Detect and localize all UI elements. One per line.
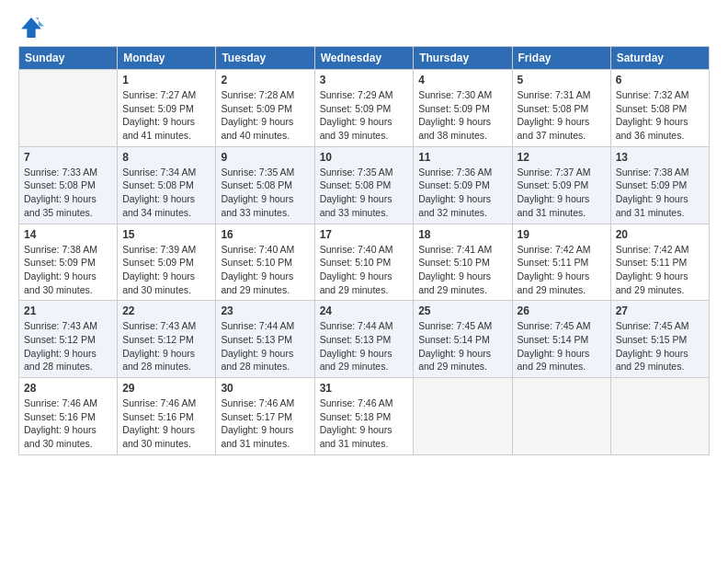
day-info: Sunrise: 7:40 AMSunset: 5:10 PMDaylight:…	[221, 243, 309, 297]
day-info: Sunrise: 7:31 AMSunset: 5:08 PMDaylight:…	[518, 88, 606, 143]
day-number: 2	[221, 74, 309, 86]
day-info: Sunrise: 7:34 AMSunset: 5:08 PMDaylight:…	[122, 166, 210, 220]
day-number: 14	[24, 228, 112, 241]
calendar-cell: 23Sunrise: 7:44 AMSunset: 5:13 PMDayligh…	[216, 301, 314, 378]
day-info: Sunrise: 7:41 AMSunset: 5:10 PMDaylight:…	[418, 243, 506, 297]
day-info: Sunrise: 7:35 AMSunset: 5:08 PMDaylight:…	[221, 166, 309, 220]
day-info: Sunrise: 7:32 AMSunset: 5:08 PMDaylight:…	[616, 88, 704, 143]
calendar-cell: 4Sunrise: 7:30 AMSunset: 5:09 PMDaylight…	[414, 70, 512, 147]
calendar-header-tuesday: Tuesday	[216, 47, 314, 70]
header	[18, 15, 710, 40]
calendar-header-monday: Monday	[118, 47, 216, 70]
calendar-header-row: SundayMondayTuesdayWednesdayThursdayFrid…	[19, 47, 710, 70]
day-info: Sunrise: 7:39 AMSunset: 5:09 PMDaylight:…	[122, 243, 210, 297]
calendar-cell	[414, 378, 512, 455]
calendar-cell	[610, 378, 709, 455]
day-number: 28	[24, 382, 112, 395]
calendar-cell: 19Sunrise: 7:42 AMSunset: 5:11 PMDayligh…	[512, 224, 610, 301]
day-number: 24	[320, 304, 409, 317]
calendar-cell: 30Sunrise: 7:46 AMSunset: 5:17 PMDayligh…	[216, 378, 314, 455]
calendar-week-row: 7Sunrise: 7:33 AMSunset: 5:08 PMDaylight…	[19, 146, 710, 224]
page-container: SundayMondayTuesdayWednesdayThursdayFrid…	[0, 0, 728, 465]
calendar-cell: 25Sunrise: 7:45 AMSunset: 5:14 PMDayligh…	[414, 301, 512, 378]
day-number: 17	[320, 228, 409, 241]
calendar-header-friday: Friday	[512, 47, 610, 70]
calendar-header-thursday: Thursday	[414, 47, 512, 70]
calendar-cell: 12Sunrise: 7:37 AMSunset: 5:09 PMDayligh…	[512, 146, 610, 224]
day-number: 3	[320, 74, 409, 86]
day-number: 21	[24, 304, 112, 317]
calendar-cell: 10Sunrise: 7:35 AMSunset: 5:08 PMDayligh…	[314, 146, 414, 224]
day-info: Sunrise: 7:45 AMSunset: 5:14 PMDaylight:…	[418, 319, 506, 373]
day-number: 29	[122, 382, 210, 395]
logo-icon	[18, 15, 44, 40]
calendar-cell	[19, 70, 118, 147]
calendar-cell: 31Sunrise: 7:46 AMSunset: 5:18 PMDayligh…	[314, 378, 414, 455]
calendar-week-row: 21Sunrise: 7:43 AMSunset: 5:12 PMDayligh…	[19, 301, 710, 378]
calendar-cell: 14Sunrise: 7:38 AMSunset: 5:09 PMDayligh…	[19, 224, 118, 301]
calendar-cell: 24Sunrise: 7:44 AMSunset: 5:13 PMDayligh…	[314, 301, 414, 378]
calendar-cell: 2Sunrise: 7:28 AMSunset: 5:09 PMDaylight…	[216, 70, 314, 147]
calendar-cell: 26Sunrise: 7:45 AMSunset: 5:14 PMDayligh…	[512, 301, 610, 378]
calendar-cell: 16Sunrise: 7:40 AMSunset: 5:10 PMDayligh…	[216, 224, 314, 301]
day-number: 31	[320, 382, 409, 395]
day-info: Sunrise: 7:46 AMSunset: 5:17 PMDaylight:…	[221, 396, 309, 451]
day-info: Sunrise: 7:44 AMSunset: 5:13 PMDaylight:…	[320, 319, 409, 373]
calendar-cell: 6Sunrise: 7:32 AMSunset: 5:08 PMDaylight…	[610, 70, 709, 147]
calendar-cell: 11Sunrise: 7:36 AMSunset: 5:09 PMDayligh…	[414, 146, 512, 224]
calendar-header-sunday: Sunday	[19, 47, 118, 70]
calendar-cell: 17Sunrise: 7:40 AMSunset: 5:10 PMDayligh…	[314, 224, 414, 301]
day-number: 25	[418, 304, 506, 317]
day-info: Sunrise: 7:45 AMSunset: 5:15 PMDaylight:…	[616, 319, 704, 373]
calendar-cell: 28Sunrise: 7:46 AMSunset: 5:16 PMDayligh…	[19, 378, 118, 455]
calendar-cell: 21Sunrise: 7:43 AMSunset: 5:12 PMDayligh…	[19, 301, 118, 378]
calendar-table: SundayMondayTuesdayWednesdayThursdayFrid…	[18, 46, 710, 455]
day-number: 27	[616, 304, 704, 317]
calendar-header-saturday: Saturday	[610, 47, 709, 70]
day-info: Sunrise: 7:38 AMSunset: 5:09 PMDaylight:…	[24, 243, 112, 297]
day-number: 12	[518, 151, 606, 164]
calendar-cell: 1Sunrise: 7:27 AMSunset: 5:09 PMDaylight…	[118, 70, 216, 147]
day-number: 23	[221, 304, 309, 317]
day-number: 13	[616, 151, 704, 164]
day-info: Sunrise: 7:43 AMSunset: 5:12 PMDaylight:…	[24, 319, 112, 373]
day-number: 15	[122, 228, 210, 241]
day-number: 7	[24, 151, 112, 164]
calendar-week-row: 14Sunrise: 7:38 AMSunset: 5:09 PMDayligh…	[19, 224, 710, 301]
calendar-cell: 3Sunrise: 7:29 AMSunset: 5:09 PMDaylight…	[314, 70, 414, 147]
day-info: Sunrise: 7:30 AMSunset: 5:09 PMDaylight:…	[418, 88, 506, 143]
day-number: 10	[320, 151, 409, 164]
day-info: Sunrise: 7:44 AMSunset: 5:13 PMDaylight:…	[221, 319, 309, 373]
calendar-week-row: 28Sunrise: 7:46 AMSunset: 5:16 PMDayligh…	[19, 378, 710, 455]
day-info: Sunrise: 7:38 AMSunset: 5:09 PMDaylight:…	[616, 166, 704, 220]
day-info: Sunrise: 7:42 AMSunset: 5:11 PMDaylight:…	[616, 243, 704, 297]
calendar-cell: 29Sunrise: 7:46 AMSunset: 5:16 PMDayligh…	[118, 378, 216, 455]
day-number: 16	[221, 228, 309, 241]
day-info: Sunrise: 7:29 AMSunset: 5:09 PMDaylight:…	[320, 88, 409, 143]
calendar-cell: 8Sunrise: 7:34 AMSunset: 5:08 PMDaylight…	[118, 146, 216, 224]
day-number: 22	[122, 304, 210, 317]
calendar-header-wednesday: Wednesday	[314, 47, 414, 70]
day-number: 1	[122, 74, 210, 86]
calendar-cell: 15Sunrise: 7:39 AMSunset: 5:09 PMDayligh…	[118, 224, 216, 301]
calendar-week-row: 1Sunrise: 7:27 AMSunset: 5:09 PMDaylight…	[19, 70, 710, 147]
day-info: Sunrise: 7:46 AMSunset: 5:16 PMDaylight:…	[122, 396, 210, 451]
day-number: 8	[122, 151, 210, 164]
day-info: Sunrise: 7:43 AMSunset: 5:12 PMDaylight:…	[122, 319, 210, 373]
calendar-cell: 5Sunrise: 7:31 AMSunset: 5:08 PMDaylight…	[512, 70, 610, 147]
calendar-cell: 18Sunrise: 7:41 AMSunset: 5:10 PMDayligh…	[414, 224, 512, 301]
day-info: Sunrise: 7:46 AMSunset: 5:16 PMDaylight:…	[24, 396, 112, 451]
calendar-cell: 13Sunrise: 7:38 AMSunset: 5:09 PMDayligh…	[610, 146, 709, 224]
day-number: 9	[221, 151, 309, 164]
day-info: Sunrise: 7:45 AMSunset: 5:14 PMDaylight:…	[518, 319, 606, 373]
calendar-cell: 20Sunrise: 7:42 AMSunset: 5:11 PMDayligh…	[610, 224, 709, 301]
day-info: Sunrise: 7:35 AMSunset: 5:08 PMDaylight:…	[320, 166, 409, 220]
day-info: Sunrise: 7:33 AMSunset: 5:08 PMDaylight:…	[24, 166, 112, 220]
day-number: 4	[418, 74, 506, 86]
calendar-cell: 27Sunrise: 7:45 AMSunset: 5:15 PMDayligh…	[610, 301, 709, 378]
calendar-cell: 7Sunrise: 7:33 AMSunset: 5:08 PMDaylight…	[19, 146, 118, 224]
day-info: Sunrise: 7:36 AMSunset: 5:09 PMDaylight:…	[418, 166, 506, 220]
calendar-cell	[512, 378, 610, 455]
day-number: 20	[616, 228, 704, 241]
day-info: Sunrise: 7:28 AMSunset: 5:09 PMDaylight:…	[221, 88, 309, 143]
